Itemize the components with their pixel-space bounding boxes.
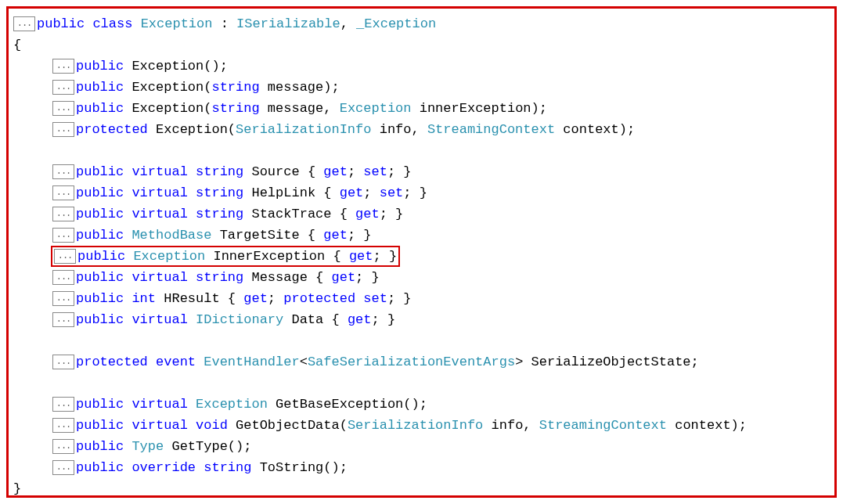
fold-toggle[interactable]: ... bbox=[52, 122, 74, 137]
type-_exception: _Exception bbox=[356, 16, 436, 31]
type: EventHandler bbox=[204, 355, 299, 369]
member-text: TargetSite { bbox=[211, 228, 323, 243]
member-text: ; } bbox=[387, 291, 412, 306]
keyword: virtual bbox=[131, 270, 187, 285]
fold-toggle[interactable]: ... bbox=[52, 101, 74, 116]
keyword: set bbox=[380, 185, 404, 200]
fold-toggle[interactable]: ... bbox=[52, 59, 74, 74]
keyword: get bbox=[323, 164, 348, 179]
member-text: info, bbox=[483, 418, 539, 433]
type: Exception bbox=[196, 397, 268, 412]
fold-toggle[interactable]: ... bbox=[52, 228, 74, 243]
keyword: public bbox=[76, 185, 124, 200]
brace-open: { bbox=[13, 34, 828, 56]
keyword: get bbox=[323, 228, 348, 243]
member-text: ; } bbox=[373, 249, 398, 264]
comma: , bbox=[340, 16, 356, 31]
keyword: public bbox=[76, 460, 124, 475]
event-line: ... protected event EventHandler < SafeS… bbox=[13, 351, 828, 373]
fold-toggle[interactable]: ... bbox=[52, 270, 74, 285]
type: MethodBase bbox=[131, 228, 211, 243]
colon: : bbox=[212, 16, 236, 31]
keyword: protected bbox=[76, 122, 148, 137]
fold-toggle[interactable]: ... bbox=[52, 80, 74, 95]
keyword: event bbox=[156, 355, 196, 369]
keyword: public bbox=[76, 418, 124, 433]
keyword: public bbox=[76, 439, 124, 454]
keyword: override bbox=[131, 460, 196, 475]
type-exception: Exception bbox=[141, 16, 213, 31]
fold-toggle[interactable]: ... bbox=[52, 460, 74, 475]
member-text: context); bbox=[667, 418, 747, 433]
keyword: virtual bbox=[131, 397, 187, 412]
keyword: public bbox=[77, 249, 125, 264]
keyword: public bbox=[76, 270, 124, 285]
member-text: < bbox=[300, 355, 308, 369]
member-text: GetBaseException(); bbox=[268, 397, 427, 412]
fold-toggle[interactable]: ... bbox=[52, 397, 74, 412]
type: SafeSerializationEventArgs bbox=[308, 355, 515, 369]
fold-toggle[interactable]: ... bbox=[52, 312, 74, 327]
member-text: ; } bbox=[403, 185, 427, 200]
member-text: > bbox=[515, 355, 523, 369]
member-text: Exception(); bbox=[124, 59, 228, 74]
keyword-type: string bbox=[196, 207, 243, 221]
keyword-type: string bbox=[196, 270, 243, 285]
member-text: ; } bbox=[355, 270, 380, 285]
fold-toggle[interactable]: ... bbox=[52, 355, 74, 369]
keyword-type: string bbox=[196, 185, 243, 200]
type: Exception bbox=[133, 249, 205, 264]
method-getobjectdata-line: ... public virtual void GetObjectData( S… bbox=[13, 415, 828, 436]
member-text: GetType(); bbox=[164, 439, 251, 454]
member-text: Source { bbox=[243, 164, 323, 179]
member-text: HResult { bbox=[156, 291, 243, 306]
member-text: innerException); bbox=[412, 101, 547, 116]
keyword: virtual bbox=[131, 164, 187, 179]
keyword: get bbox=[355, 207, 380, 221]
member-text: info, bbox=[371, 122, 427, 137]
ctor-line-2: ... public Exception( string message); bbox=[13, 77, 828, 98]
keyword: get bbox=[348, 312, 372, 327]
keyword-public: public bbox=[37, 16, 85, 31]
member-text: Data { bbox=[283, 312, 348, 327]
prop-innerexception-line: ... public Exception InnerException { ge… bbox=[13, 246, 828, 267]
fold-toggle[interactable]: ... bbox=[52, 439, 74, 454]
ctor-line-3: ... public Exception( string message, Ex… bbox=[13, 98, 828, 119]
fold-toggle[interactable]: ... bbox=[52, 207, 74, 221]
keyword: public bbox=[76, 228, 124, 243]
type: SerializationInfo bbox=[236, 122, 371, 137]
fold-toggle[interactable]: ... bbox=[52, 291, 74, 306]
member-text: Exception( bbox=[124, 80, 211, 95]
keyword: virtual bbox=[131, 312, 187, 327]
member-text: Exception( bbox=[124, 101, 211, 116]
member-text: HelpLink { bbox=[243, 185, 339, 200]
blank-line bbox=[13, 373, 828, 394]
member-text: Exception( bbox=[148, 122, 236, 137]
fold-toggle[interactable]: ... bbox=[52, 418, 74, 433]
prop-targetsite-line: ... public MethodBase TargetSite { get ;… bbox=[13, 225, 828, 246]
keyword: set bbox=[363, 164, 387, 179]
keyword: public bbox=[76, 291, 124, 306]
type: Exception bbox=[340, 101, 412, 116]
keyword-type: void bbox=[196, 418, 228, 433]
method-getbaseexception-line: ... public virtual Exception GetBaseExce… bbox=[13, 394, 828, 415]
fold-toggle[interactable]: ... bbox=[54, 249, 76, 264]
class-declaration-line: ... public class Exception : ISerializab… bbox=[13, 13, 828, 34]
keyword: get bbox=[243, 291, 268, 306]
member-text: message, bbox=[260, 101, 340, 116]
member-text: ; } bbox=[348, 228, 372, 243]
keyword-type: int bbox=[131, 291, 156, 306]
fold-toggle[interactable]: ... bbox=[52, 185, 74, 200]
member-text: Message { bbox=[243, 270, 331, 285]
keyword: get bbox=[340, 185, 364, 200]
member-text: context); bbox=[555, 122, 635, 137]
member-text: ; } bbox=[387, 164, 412, 179]
fold-toggle[interactable]: ... bbox=[52, 164, 74, 179]
prop-stacktrace-line: ... public virtual string StackTrace { g… bbox=[13, 203, 828, 225]
keyword-type: string bbox=[196, 164, 243, 179]
fold-toggle[interactable]: ... bbox=[13, 16, 35, 31]
keyword-type: string bbox=[204, 460, 251, 475]
member-text: message); bbox=[260, 80, 340, 95]
member-text: ; } bbox=[380, 207, 404, 221]
type-iserializable: ISerializable bbox=[236, 16, 340, 31]
